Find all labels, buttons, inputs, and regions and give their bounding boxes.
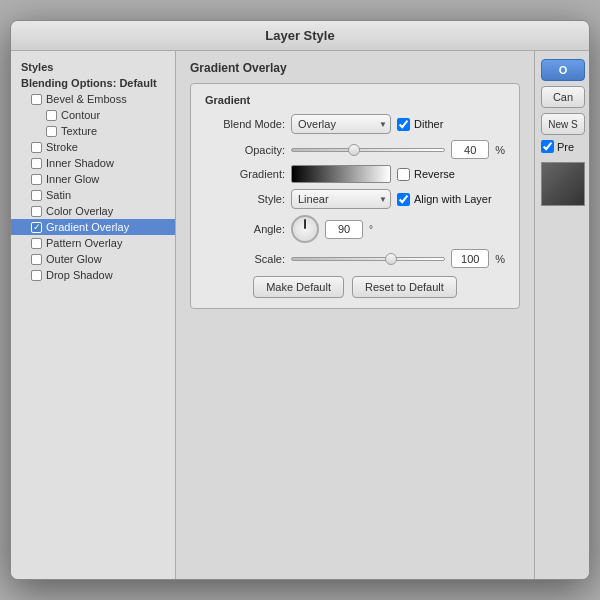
sidebar-item-texture[interactable]: Texture bbox=[11, 123, 175, 139]
scale-unit: % bbox=[495, 253, 505, 265]
scale-label: Scale: bbox=[205, 253, 285, 265]
title-bar: Layer Style bbox=[11, 21, 589, 51]
reset-default-button[interactable]: Reset to Default bbox=[352, 276, 457, 298]
blend-mode-control: Overlay Normal Multiply Screen ▼ Dither bbox=[291, 114, 505, 134]
right-panel: O Can New S Pre bbox=[534, 51, 589, 579]
opacity-slider[interactable] bbox=[291, 148, 445, 152]
gradient-label: Gradient: bbox=[205, 168, 285, 180]
angle-label: Angle: bbox=[205, 223, 285, 235]
gradient-overlay-checkbox[interactable]: ✓ bbox=[31, 222, 42, 233]
gradient-row: Gradient: Reverse bbox=[205, 165, 505, 183]
blend-mode-select-wrapper[interactable]: Overlay Normal Multiply Screen ▼ bbox=[291, 114, 391, 134]
stroke-checkbox[interactable] bbox=[31, 142, 42, 153]
angle-input[interactable] bbox=[325, 220, 363, 239]
style-label: Style: bbox=[205, 193, 285, 205]
style-select[interactable]: Linear Radial Angle Reflected Diamond bbox=[291, 189, 391, 209]
scale-input[interactable] bbox=[451, 249, 489, 268]
angle-unit: ° bbox=[369, 224, 373, 235]
sidebar: Styles Blending Options: Default Bevel &… bbox=[11, 51, 176, 579]
preview-checkbox[interactable] bbox=[541, 140, 554, 153]
blend-mode-label: Blend Mode: bbox=[205, 118, 285, 130]
preview-label-group: Pre bbox=[541, 140, 583, 153]
sidebar-header-styles: Styles bbox=[11, 57, 175, 75]
sidebar-item-gradient-overlay[interactable]: ✓ Gradient Overlay bbox=[11, 219, 175, 235]
drop-shadow-checkbox[interactable] bbox=[31, 270, 42, 281]
buttons-row: Make Default Reset to Default bbox=[205, 276, 505, 298]
sidebar-item-pattern-overlay[interactable]: Pattern Overlay bbox=[11, 235, 175, 251]
opacity-input[interactable] bbox=[451, 140, 489, 159]
make-default-button[interactable]: Make Default bbox=[253, 276, 344, 298]
dither-label: Dither bbox=[414, 118, 443, 130]
layer-style-dialog: Layer Style Styles Blending Options: Def… bbox=[10, 20, 590, 580]
angle-row: Angle: ° bbox=[205, 215, 505, 243]
angle-control: ° bbox=[291, 215, 505, 243]
color-overlay-checkbox[interactable] bbox=[31, 206, 42, 217]
dither-group: Dither bbox=[397, 118, 443, 131]
opacity-row: Opacity: % bbox=[205, 140, 505, 159]
sidebar-item-inner-shadow[interactable]: Inner Shadow bbox=[11, 155, 175, 171]
sidebar-item-contour[interactable]: Contour bbox=[11, 107, 175, 123]
contour-checkbox[interactable] bbox=[46, 110, 57, 121]
gradient-control: Reverse bbox=[291, 165, 505, 183]
scale-control: % bbox=[291, 249, 505, 268]
opacity-unit: % bbox=[495, 144, 505, 156]
reverse-group: Reverse bbox=[397, 168, 455, 181]
section-title: Gradient Overlay bbox=[190, 61, 520, 75]
reverse-label: Reverse bbox=[414, 168, 455, 180]
scale-row: Scale: % bbox=[205, 249, 505, 268]
preview-label: Pre bbox=[557, 141, 574, 153]
outer-glow-checkbox[interactable] bbox=[31, 254, 42, 265]
sidebar-item-blending-options[interactable]: Blending Options: Default bbox=[11, 75, 175, 91]
new-style-button[interactable]: New S bbox=[541, 113, 585, 135]
satin-checkbox[interactable] bbox=[31, 190, 42, 201]
style-row: Style: Linear Radial Angle Reflected Dia… bbox=[205, 189, 505, 209]
dialog-body: Styles Blending Options: Default Bevel &… bbox=[11, 51, 589, 579]
reverse-checkbox[interactable] bbox=[397, 168, 410, 181]
dither-checkbox[interactable] bbox=[397, 118, 410, 131]
sidebar-item-stroke[interactable]: Stroke bbox=[11, 139, 175, 155]
scale-slider[interactable] bbox=[291, 257, 445, 261]
inner-shadow-checkbox[interactable] bbox=[31, 158, 42, 169]
blend-mode-row: Blend Mode: Overlay Normal Multiply Scre… bbox=[205, 114, 505, 134]
opacity-control: % bbox=[291, 140, 505, 159]
gradient-overlay-panel: Gradient Blend Mode: Overlay Normal Mult… bbox=[190, 83, 520, 309]
main-content: Gradient Overlay Gradient Blend Mode: Ov… bbox=[176, 51, 534, 579]
sidebar-item-outer-glow[interactable]: Outer Glow bbox=[11, 251, 175, 267]
sidebar-item-drop-shadow[interactable]: Drop Shadow bbox=[11, 267, 175, 283]
align-layer-group: Align with Layer bbox=[397, 193, 492, 206]
bevel-emboss-checkbox[interactable] bbox=[31, 94, 42, 105]
texture-checkbox[interactable] bbox=[46, 126, 57, 137]
preview-box bbox=[541, 162, 585, 206]
cancel-button[interactable]: Can bbox=[541, 86, 585, 108]
gradient-preview[interactable] bbox=[291, 165, 391, 183]
sidebar-item-inner-glow[interactable]: Inner Glow bbox=[11, 171, 175, 187]
sidebar-item-color-overlay[interactable]: Color Overlay bbox=[11, 203, 175, 219]
sidebar-item-satin[interactable]: Satin bbox=[11, 187, 175, 203]
style-control: Linear Radial Angle Reflected Diamond ▼ … bbox=[291, 189, 505, 209]
align-layer-checkbox[interactable] bbox=[397, 193, 410, 206]
dialog-title: Layer Style bbox=[265, 28, 334, 43]
pattern-overlay-checkbox[interactable] bbox=[31, 238, 42, 249]
inner-glow-checkbox[interactable] bbox=[31, 174, 42, 185]
align-layer-label: Align with Layer bbox=[414, 193, 492, 205]
style-select-wrapper[interactable]: Linear Radial Angle Reflected Diamond ▼ bbox=[291, 189, 391, 209]
sidebar-item-bevel-emboss[interactable]: Bevel & Emboss bbox=[11, 91, 175, 107]
opacity-label: Opacity: bbox=[205, 144, 285, 156]
panel-title: Gradient bbox=[205, 94, 505, 106]
angle-dial[interactable] bbox=[291, 215, 319, 243]
ok-button[interactable]: O bbox=[541, 59, 585, 81]
blend-mode-select[interactable]: Overlay Normal Multiply Screen bbox=[291, 114, 391, 134]
